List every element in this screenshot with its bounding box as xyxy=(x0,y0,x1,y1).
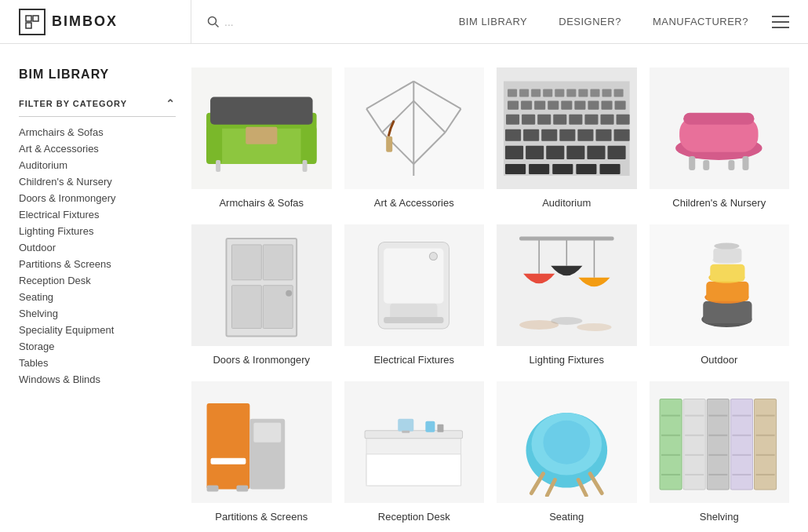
svg-rect-29 xyxy=(566,89,576,97)
svg-rect-75 xyxy=(743,156,749,170)
svg-rect-54 xyxy=(559,129,575,141)
svg-rect-44 xyxy=(522,114,535,124)
svg-rect-127 xyxy=(661,474,680,476)
product-card-seating[interactable]: Seating xyxy=(497,381,637,523)
svg-rect-24 xyxy=(508,89,517,97)
svg-rect-113 xyxy=(402,430,410,432)
svg-rect-41 xyxy=(601,100,612,109)
svg-rect-65 xyxy=(529,164,549,174)
product-card-doors-ironmongery[interactable]: Doors & Ironmongery xyxy=(191,224,332,366)
hamburger-menu[interactable] xyxy=(772,16,789,28)
svg-line-14 xyxy=(383,100,414,132)
sidebar-item-armchairs-sofas[interactable]: Armchairs & Sofas xyxy=(19,126,176,138)
sidebar-item-art-accessories[interactable]: Art & Accessories xyxy=(19,143,176,155)
svg-rect-77 xyxy=(231,245,261,280)
search-icon xyxy=(207,16,220,28)
svg-rect-38 xyxy=(561,100,572,109)
product-label-doors-ironmongery: Doors & Ironmongery xyxy=(213,354,310,366)
chevron-down-icon: ⌃ xyxy=(166,97,176,110)
svg-rect-63 xyxy=(607,146,625,159)
product-image-doors-ironmongery xyxy=(191,224,332,346)
svg-rect-125 xyxy=(661,434,680,435)
sidebar-item-auditorium[interactable]: Auditorium xyxy=(19,159,176,171)
nav-manufacturer[interactable]: MANUFACTURER? xyxy=(653,16,748,27)
svg-rect-134 xyxy=(709,414,728,416)
product-card-shelving[interactable]: Shelving xyxy=(650,381,790,523)
nav-bim-library[interactable]: BIM LIBRARY xyxy=(459,16,528,27)
svg-rect-79 xyxy=(231,286,261,329)
svg-rect-101 xyxy=(714,248,742,262)
filter-by-category[interactable]: FILTER BY CATEGORY ⌃ xyxy=(19,97,176,117)
svg-rect-64 xyxy=(505,164,526,174)
product-card-auditorium[interactable]: Auditorium xyxy=(497,67,637,209)
product-card-partitions-screens[interactable]: Partitions & Screens xyxy=(191,381,332,523)
product-label-lighting-fixtures: Lighting Fixtures xyxy=(530,354,604,366)
product-image-partitions-screens xyxy=(191,381,332,503)
product-card-art-accessories[interactable]: Art & Accessories xyxy=(344,67,485,209)
product-image-reception-desk xyxy=(344,381,485,503)
svg-line-21 xyxy=(414,81,461,108)
product-label-armchairs-sofas: Armchairs & Sofas xyxy=(219,197,304,209)
sidebar: BIM LIBRARY FILTER BY CATEGORY ⌃ Armchai… xyxy=(19,67,191,523)
product-card-childrens-nursery[interactable]: Children's & Nursery xyxy=(650,67,790,209)
sidebar-item-speciality-equipment[interactable]: Speciality Equipment xyxy=(19,324,176,336)
svg-rect-57 xyxy=(613,129,629,141)
product-image-outdoor xyxy=(650,224,790,346)
svg-point-3 xyxy=(209,16,217,24)
product-label-reception-desk: Reception Desk xyxy=(378,511,450,523)
svg-rect-68 xyxy=(599,164,620,174)
svg-line-20 xyxy=(367,81,414,108)
svg-rect-146 xyxy=(756,454,775,456)
svg-rect-43 xyxy=(506,114,519,124)
logo-area: BIMBOX xyxy=(19,0,191,43)
search-area[interactable]: ... xyxy=(191,16,459,28)
svg-rect-30 xyxy=(578,89,588,97)
svg-rect-62 xyxy=(587,146,605,159)
svg-rect-47 xyxy=(569,114,582,124)
svg-line-122 xyxy=(590,473,602,493)
sidebar-item-doors-ironmongery[interactable]: Doors & Ironmongery xyxy=(19,192,176,204)
product-card-reception-desk[interactable]: Reception Desk xyxy=(344,381,485,523)
svg-rect-1 xyxy=(33,16,38,21)
product-label-partitions-screens: Partitions & Screens xyxy=(215,511,308,523)
sidebar-item-childrens-nursery[interactable]: Children's & Nursery xyxy=(19,176,176,188)
sidebar-item-lighting-fixtures[interactable]: Lighting Fixtures xyxy=(19,225,176,237)
sidebar-item-storage[interactable]: Storage xyxy=(19,341,176,352)
product-label-electrical-fixtures: Electrical Fixtures xyxy=(373,354,454,366)
logo-icon xyxy=(19,9,45,35)
svg-rect-7 xyxy=(206,124,222,163)
filter-label: FILTER BY CATEGORY xyxy=(19,99,127,108)
svg-rect-61 xyxy=(566,146,584,159)
svg-rect-140 xyxy=(733,434,752,435)
svg-rect-128 xyxy=(684,399,706,489)
svg-rect-50 xyxy=(616,114,629,124)
sidebar-item-partitions-screens[interactable]: Partitions & Screens xyxy=(19,258,176,270)
product-card-lighting-fixtures[interactable]: Lighting Fixtures xyxy=(497,224,637,366)
svg-rect-26 xyxy=(531,89,540,97)
sidebar-item-tables[interactable]: Tables xyxy=(19,357,176,369)
product-card-outdoor[interactable]: Outdoor xyxy=(650,224,790,366)
svg-rect-60 xyxy=(546,146,564,159)
svg-rect-111 xyxy=(365,430,462,438)
product-card-armchairs-sofas[interactable]: Armchairs & Sofas xyxy=(191,67,332,209)
search-placeholder: ... xyxy=(224,16,234,28)
svg-point-93 xyxy=(577,323,611,331)
product-label-auditorium: Auditorium xyxy=(542,197,591,209)
sidebar-item-shelving[interactable]: Shelving xyxy=(19,308,176,319)
svg-rect-110 xyxy=(367,454,461,486)
svg-line-17 xyxy=(414,133,446,164)
sidebar-item-outdoor[interactable]: Outdoor xyxy=(19,242,176,253)
svg-point-102 xyxy=(715,242,740,249)
sidebar-item-electrical-fixtures[interactable]: Electrical Fixtures xyxy=(19,209,176,220)
svg-rect-73 xyxy=(704,160,710,170)
product-card-electrical-fixtures[interactable]: Electrical Fixtures xyxy=(344,224,485,366)
svg-point-118 xyxy=(543,421,590,465)
svg-rect-32 xyxy=(602,89,611,97)
svg-rect-131 xyxy=(686,454,704,456)
main-nav: BIM LIBRARY DESIGNER? MANUFACTURER? xyxy=(459,16,748,27)
sidebar-item-seating[interactable]: Seating xyxy=(19,291,176,303)
nav-designer[interactable]: DESIGNER? xyxy=(559,16,621,27)
sidebar-item-windows-blinds[interactable]: Windows & Blinds xyxy=(19,373,176,385)
sidebar-item-reception-desk[interactable]: Reception Desk xyxy=(19,275,176,286)
product-label-shelving: Shelving xyxy=(700,511,739,523)
